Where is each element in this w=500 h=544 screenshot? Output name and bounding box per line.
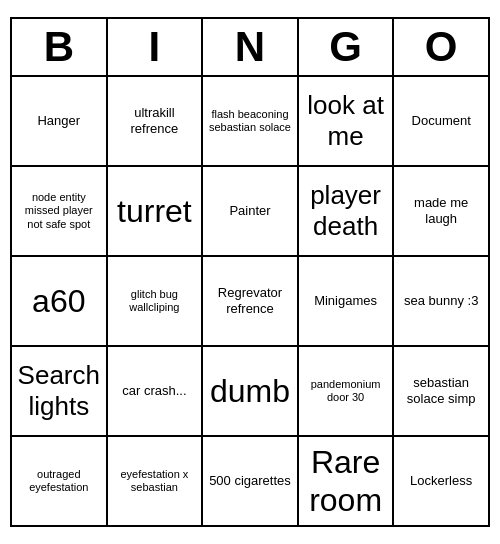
bingo-cell-2-1: glitch bug wallcliping: [108, 257, 204, 345]
bingo-cell-4-2: 500 cigarettes: [203, 437, 299, 525]
bingo-cell-0-1: ultrakill refrence: [108, 77, 204, 165]
bingo-cell-3-2: dumb: [203, 347, 299, 435]
bingo-card: BINGO Hangerultrakill refrenceflash beac…: [10, 17, 490, 527]
header-letter-O: O: [394, 19, 488, 75]
bingo-row-2: a60glitch bug wallclipingRegrevator refr…: [12, 257, 488, 347]
bingo-cell-3-3: pandemonium door 30: [299, 347, 395, 435]
header-letter-N: N: [203, 19, 299, 75]
bingo-cell-0-3: look at me: [299, 77, 395, 165]
bingo-cell-1-2: Painter: [203, 167, 299, 255]
bingo-cell-2-2: Regrevator refrence: [203, 257, 299, 345]
bingo-cell-3-1: car crash...: [108, 347, 204, 435]
bingo-cell-0-0: Hanger: [12, 77, 108, 165]
header-letter-I: I: [108, 19, 204, 75]
bingo-cell-4-0: outraged eyefestation: [12, 437, 108, 525]
bingo-cell-1-0: node entity missed player not safe spot: [12, 167, 108, 255]
bingo-cell-4-1: eyefestation x sebastian: [108, 437, 204, 525]
bingo-cell-3-4: sebastian solace simp: [394, 347, 488, 435]
bingo-cell-4-3: Rare room: [299, 437, 395, 525]
bingo-cell-2-3: Minigames: [299, 257, 395, 345]
bingo-cell-0-2: flash beaconing sebastian solace: [203, 77, 299, 165]
bingo-header: BINGO: [12, 19, 488, 77]
bingo-cell-0-4: Document: [394, 77, 488, 165]
bingo-cell-1-1: turret: [108, 167, 204, 255]
bingo-row-0: Hangerultrakill refrenceflash beaconing …: [12, 77, 488, 167]
bingo-cell-2-0: a60: [12, 257, 108, 345]
bingo-grid: Hangerultrakill refrenceflash beaconing …: [12, 77, 488, 525]
header-letter-B: B: [12, 19, 108, 75]
bingo-cell-3-0: Search lights: [12, 347, 108, 435]
bingo-row-4: outraged eyefestationeyefestation x seba…: [12, 437, 488, 525]
bingo-row-1: node entity missed player not safe spott…: [12, 167, 488, 257]
header-letter-G: G: [299, 19, 395, 75]
bingo-cell-1-3: player death: [299, 167, 395, 255]
bingo-cell-2-4: sea bunny :3: [394, 257, 488, 345]
bingo-cell-1-4: made me laugh: [394, 167, 488, 255]
bingo-row-3: Search lightscar crash...dumbpandemonium…: [12, 347, 488, 437]
bingo-cell-4-4: Lockerless: [394, 437, 488, 525]
